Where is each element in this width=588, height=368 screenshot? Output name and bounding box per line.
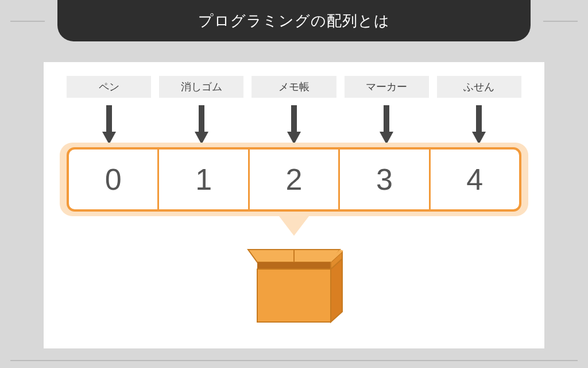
array-container: 0 1 2 3 4 — [67, 147, 521, 212]
arrow-cell — [252, 102, 336, 148]
arrow-down-icon — [102, 105, 116, 145]
arrow-cell — [159, 102, 243, 148]
pointer-down-icon — [279, 216, 309, 236]
array-cell: 2 — [250, 150, 340, 209]
array-cell: 4 — [431, 150, 519, 209]
arrow-down-icon — [195, 105, 208, 145]
svg-rect-4 — [257, 269, 331, 322]
arrow-down-icon — [472, 105, 486, 145]
items-row: ペン 消しゴム メモ帳 マーカー ふせん — [67, 76, 521, 98]
array-cell: 1 — [159, 150, 249, 209]
arrows-row — [67, 102, 521, 148]
divider-bottom — [10, 360, 578, 361]
svg-marker-1 — [248, 250, 294, 262]
item-chip: 消しゴム — [159, 76, 243, 98]
array-cell: 3 — [340, 150, 430, 209]
item-chip: メモ帳 — [252, 76, 336, 98]
diagram-panel: ペン 消しゴム メモ帳 マーカー ふせん — [44, 62, 544, 348]
divider-top-right — [543, 21, 578, 22]
storage-box-icon — [242, 239, 346, 331]
item-chip: ふせん — [437, 76, 521, 98]
page-title: プログラミングの配列とは — [198, 11, 390, 31]
arrow-down-icon — [287, 105, 301, 145]
item-chip: ペン — [67, 76, 151, 98]
divider-top-left — [10, 21, 45, 22]
svg-marker-3 — [257, 262, 331, 269]
arrow-down-icon — [380, 105, 393, 145]
title-bar: プログラミングの配列とは — [57, 0, 531, 41]
item-chip: マーカー — [345, 76, 429, 98]
arrow-cell — [437, 102, 521, 148]
array-cell: 0 — [69, 150, 159, 209]
arrow-cell — [345, 102, 429, 148]
arrow-cell — [67, 102, 151, 148]
